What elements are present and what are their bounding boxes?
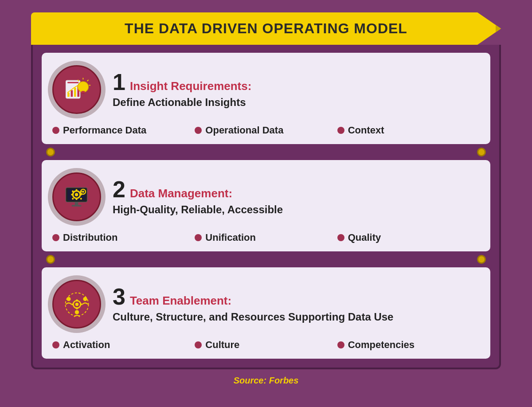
svg-point-6 [78,81,88,92]
svg-rect-2 [67,93,70,97]
main-container: 1 Insight Requirements: Define Actionabl… [31,45,501,369]
bullet-2-2: Unification [195,232,337,243]
bullet-3-1-text: Activation [63,339,110,351]
row-2-bullets: Distribution Unification Quality [48,232,480,243]
row-2-category: Data Management: [130,187,232,200]
svg-line-10 [87,80,88,81]
bullet-3-3: Competencies [337,339,480,351]
svg-rect-15 [74,202,78,205]
bullet-2-3: Quality [337,232,480,243]
row-card-2: 2 Data Management: High-Quality, Reliabl… [42,160,490,251]
row-card-1: 1 Insight Requirements: Define Actionabl… [42,53,490,144]
row-3-category: Team Enablement: [130,294,231,308]
svg-rect-37 [71,303,74,305]
connector-1 [42,149,490,156]
svg-rect-20 [75,198,77,200]
bullet-dot [337,341,344,348]
svg-rect-8 [82,93,84,94]
svg-rect-4 [74,87,76,96]
svg-rect-1 [67,82,78,83]
title-banner: THE DATA DRIVEN OPERATING MODEL [31,12,501,45]
row-2-number: 2 [113,178,125,201]
bullet-3-1: Activation [52,339,195,351]
source-line: Source: Forbes [234,376,299,386]
bullet-3-3-text: Competencies [348,339,415,351]
connector-dot-right-2 [477,255,486,264]
svg-rect-7 [81,91,84,93]
bullet-2-1-text: Distribution [63,232,117,243]
bullet-2-3-text: Quality [348,232,381,243]
svg-rect-19 [75,189,77,191]
bullet-1-2-text: Operational Data [205,125,283,136]
bullet-dot [195,341,202,348]
row-1-category: Insight Requirements: [130,79,251,93]
bullet-dot [195,127,202,134]
row-1-number: 1 [113,70,125,94]
row-1-title-block: 1 Insight Requirements: Define Actionabl… [113,70,251,109]
svg-point-28 [82,191,84,193]
bullet-1-3: Context [337,125,480,136]
svg-point-30 [66,297,70,301]
row-3-subtitle: Culture, Structure, and Resources Suppor… [113,311,393,323]
svg-point-34 [75,302,78,305]
source-value: Forbes [269,376,299,385]
connector-dot-left-2 [46,255,55,264]
icon-circle-1 [48,61,106,118]
svg-rect-16 [71,205,81,207]
row-card-3: 3 Team Enablement: Culture, Structure, a… [42,267,490,359]
bullet-dot [337,127,344,134]
svg-point-18 [74,193,78,196]
connector-dot-left [46,148,55,157]
bullet-2-1: Distribution [52,232,195,243]
row-1-bullets: Performance Data Operational Data Contex… [48,125,480,136]
svg-point-32 [74,310,78,314]
bullet-dot [52,234,59,241]
row-3-title-block: 3 Team Enablement: Culture, Structure, a… [113,285,393,323]
svg-rect-38 [80,303,82,305]
main-title: THE DATA DRIVEN OPERATING MODEL [125,20,407,37]
bullet-3-2: Culture [195,339,337,351]
row-3-bullets: Activation Culture Competencies [48,339,480,351]
bullet-dot [337,234,344,241]
svg-rect-35 [76,299,78,301]
bullet-1-2: Operational Data [195,125,337,136]
bullet-1-1-text: Performance Data [63,125,146,136]
svg-rect-36 [76,307,78,309]
svg-rect-21 [71,194,73,196]
bullet-1-1: Performance Data [52,125,195,136]
row-1-subtitle: Define Actionable Insights [113,96,251,109]
bullet-dot [52,341,59,348]
bullet-3-2-text: Culture [205,339,239,351]
bullet-1-3-text: Context [348,125,384,136]
bullet-dot [52,127,59,134]
svg-point-31 [83,297,87,301]
icon-circle-3 [48,275,106,333]
row-2-title-block: 2 Data Management: High-Quality, Reliabl… [113,178,283,216]
svg-rect-3 [70,90,73,97]
source-label: Source: [234,376,266,385]
connector-2 [42,256,490,263]
icon-circle-2 [48,168,106,226]
row-3-number: 3 [113,285,125,308]
bullet-dot [195,234,202,241]
bullet-2-2-text: Unification [205,232,256,243]
row-2-subtitle: High-Quality, Reliable, Accessible [113,204,283,216]
connector-dot-right [477,148,486,157]
